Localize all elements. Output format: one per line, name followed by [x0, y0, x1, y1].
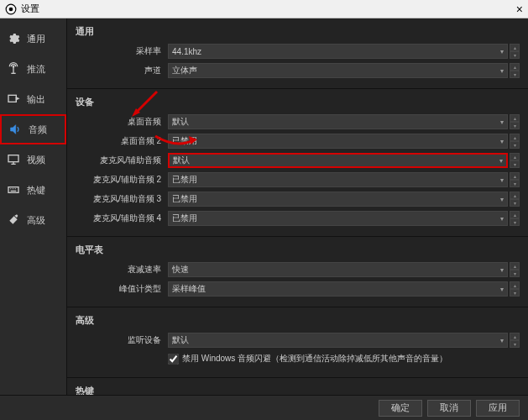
section-hotkeys: 热键 音频输入捕获 启用按住静音 按住静音延迟0 ms▴▾ 启动按住讲话 按住讲… [67, 378, 528, 395]
mic-aux4-dropdown[interactable]: 已禁用▾ [168, 211, 508, 226]
mic-aux3-dropdown[interactable]: 已禁用▾ [168, 192, 508, 207]
spinner[interactable]: ▴▾ [510, 172, 520, 187]
title-bar: 设置 × [0, 0, 528, 18]
decay-label: 衰减速率 [76, 264, 168, 276]
close-icon[interactable]: × [516, 3, 523, 16]
output-icon [5, 92, 22, 106]
section-title: 高级 [76, 311, 520, 332]
channels-dropdown[interactable]: 立体声▾ [168, 63, 508, 78]
channels-label: 声道 [76, 65, 168, 76]
device-label: 麦克风/辅助音频 [76, 155, 168, 166]
sample-rate-dropdown[interactable]: 44.1khz▾ [168, 44, 508, 59]
sidebar-item-audio[interactable]: 音频 [0, 114, 66, 144]
device-label: 麦克风/辅助音频 4 [76, 213, 168, 224]
window-title: 设置 [21, 3, 516, 15]
content-panel: 通用 采样率 44.1khz▾▴▾ 声道 立体声▾▴▾ 设备 桌面音频默认▾▴▾… [67, 18, 528, 395]
gear-icon [5, 32, 22, 45]
ok-button[interactable]: 确定 [379, 400, 422, 417]
section-general: 通用 采样率 44.1khz▾▴▾ 声道 立体声▾▴▾ [67, 18, 528, 89]
sidebar-item-label: 视频 [27, 154, 45, 166]
sidebar-item-label: 推流 [27, 63, 45, 76]
device-label: 麦克风/辅助音频 3 [76, 193, 168, 205]
sidebar-item-stream[interactable]: 推流 [0, 54, 66, 84]
apply-button[interactable]: 应用 [476, 400, 520, 417]
monitor-label: 监听设备 [76, 334, 168, 346]
section-meter: 电平表 衰减速率快速▾▴▾ 峰值计类型采样峰值▾▴▾ [67, 237, 528, 307]
spinner[interactable]: ▴▾ [510, 134, 520, 149]
section-advanced: 高级 监听设备默认▾▴▾ 禁用 Windows 音频闪避（检测到通信活动除掉减低… [67, 307, 528, 378]
spinner[interactable]: ▴▾ [510, 153, 520, 168]
desktop-audio2-dropdown[interactable]: 已禁用▾ [168, 134, 508, 149]
section-devices: 设备 桌面音频默认▾▴▾ 桌面音频 2已禁用▾▴▾ 麦克风/辅助音频默认▾▴▾ … [67, 89, 528, 237]
svg-rect-4 [8, 155, 18, 162]
sidebar-item-label: 热键 [27, 184, 45, 197]
spinner[interactable]: ▴▾ [510, 192, 520, 207]
device-label: 桌面音频 [76, 116, 168, 128]
monitor-dropdown[interactable]: 默认▾ [168, 333, 508, 348]
sidebar-item-label: 输出 [27, 93, 45, 106]
svg-point-1 [9, 7, 13, 11]
spinner[interactable]: ▴▾ [510, 44, 520, 59]
disable-ducking-checkbox[interactable] [168, 354, 179, 365]
peak-dropdown[interactable]: 采样峰值▾ [168, 281, 508, 297]
svg-rect-3 [8, 95, 16, 102]
sidebar-item-label: 通用 [27, 33, 45, 45]
keyboard-icon [5, 183, 22, 197]
footer: 确定 取消 应用 [0, 395, 528, 420]
sample-rate-label: 采样率 [76, 45, 168, 57]
spinner[interactable]: ▴▾ [510, 211, 520, 226]
section-title: 通用 [76, 22, 520, 43]
svg-rect-5 [8, 187, 18, 193]
svg-point-2 [13, 66, 13, 67]
device-label: 桌面音频 2 [76, 135, 168, 147]
sidebar-item-advanced[interactable]: 高级 [0, 205, 66, 235]
cancel-button[interactable]: 取消 [427, 400, 471, 417]
desktop-audio-dropdown[interactable]: 默认▾ [168, 114, 508, 129]
sidebar-item-output[interactable]: 输出 [0, 84, 66, 114]
sidebar-item-label: 高级 [27, 214, 45, 227]
decay-dropdown[interactable]: 快速▾ [168, 262, 508, 277]
tools-icon [5, 213, 22, 227]
sidebar-item-hotkeys[interactable]: 热键 [0, 175, 66, 205]
spinner[interactable]: ▴▾ [510, 333, 520, 348]
spinner[interactable]: ▴▾ [510, 63, 520, 78]
mic-aux-dropdown[interactable]: 默认▾ [168, 153, 508, 168]
device-label: 麦克风/辅助音频 2 [76, 174, 168, 186]
sidebar-item-general[interactable]: 通用 [0, 24, 66, 54]
sidebar-item-video[interactable]: 视频 [0, 144, 66, 175]
app-icon [5, 3, 17, 15]
spinner[interactable]: ▴▾ [510, 281, 520, 297]
spinner[interactable]: ▴▾ [510, 114, 520, 129]
section-title: 热键 [76, 381, 520, 395]
section-title: 设备 [76, 92, 520, 113]
mic-aux2-dropdown[interactable]: 已禁用▾ [168, 172, 508, 187]
disable-ducking-label: 禁用 Windows 音频闪避（检测到通信活动除掉减低所其他声音的音量） [182, 353, 447, 365]
monitor-icon [5, 153, 22, 166]
sidebar-item-label: 音频 [29, 123, 47, 136]
peak-label: 峰值计类型 [76, 283, 168, 295]
sidebar: 通用 推流 输出 音频 视频 热键 高级 [0, 18, 67, 395]
spinner[interactable]: ▴▾ [510, 262, 520, 277]
section-title: 电平表 [76, 240, 520, 261]
speaker-icon [7, 123, 24, 136]
antenna-icon [5, 62, 22, 76]
